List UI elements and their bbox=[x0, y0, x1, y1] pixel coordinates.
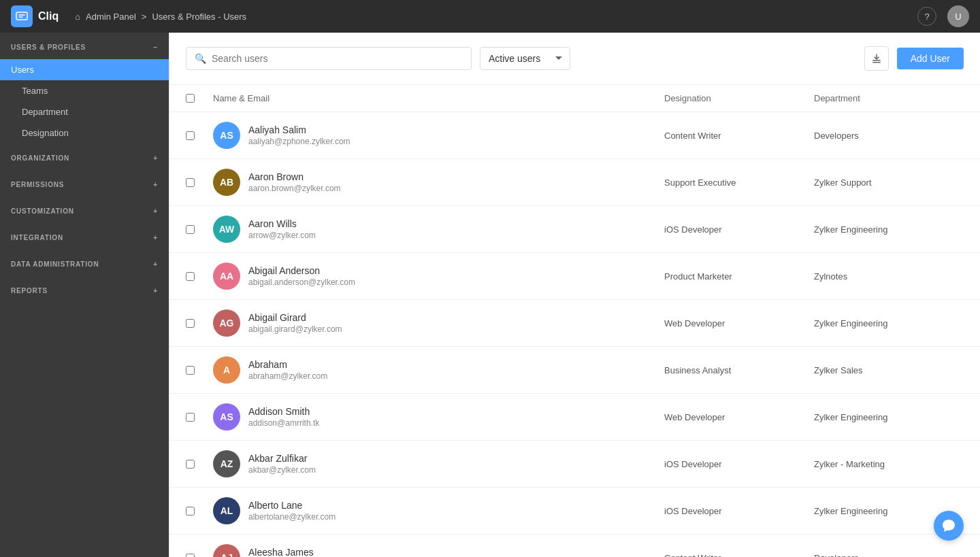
row-checkbox-cell bbox=[186, 507, 213, 516]
row-checkbox[interactable] bbox=[186, 272, 195, 281]
perm-expand-icon[interactable]: + bbox=[153, 181, 158, 188]
table-row[interactable]: A Abraham abraham@zylker.com Business An… bbox=[169, 347, 980, 394]
content-panel: 🔍 Active users All users Inactive users … bbox=[169, 33, 980, 557]
user-department: Zylker Sales bbox=[814, 365, 964, 375]
main-content: 🔍 Active users All users Inactive users … bbox=[169, 0, 980, 557]
user-name-email: Aaron Wills arrow@zylker.com bbox=[248, 218, 316, 240]
add-user-button[interactable]: Add User bbox=[897, 48, 964, 69]
user-name-email: Abigail Girard abigail.girard@zylker.com bbox=[248, 312, 342, 334]
user-email: addison@amrrith.tk bbox=[248, 418, 319, 428]
section-label-customization: CUSTOMIZATION bbox=[11, 207, 74, 215]
user-department: Zylker Engineering bbox=[814, 318, 964, 328]
sidebar-section-organization: ORGANIZATION + bbox=[0, 144, 169, 170]
user-designation: Web Developer bbox=[664, 412, 814, 422]
row-checkbox-cell bbox=[186, 178, 213, 187]
row-checkbox[interactable] bbox=[186, 178, 195, 187]
custom-expand-icon[interactable]: + bbox=[153, 207, 158, 215]
org-expand-icon[interactable]: + bbox=[153, 154, 158, 162]
breadcrumb-current: Users & Profiles - Users bbox=[152, 12, 246, 22]
user-email: aaliyah@zphone.zylker.com bbox=[248, 137, 350, 146]
user-name-email: Aaliyah Salim aaliyah@zphone.zylker.com bbox=[248, 124, 350, 146]
user-avatar-image: AB bbox=[213, 169, 240, 196]
user-department: Zylker - Marketing bbox=[814, 459, 964, 469]
user-department: Developers bbox=[814, 131, 964, 141]
row-checkbox[interactable] bbox=[186, 413, 195, 422]
header-right: ? U bbox=[917, 5, 969, 27]
user-info-cell: AA Abigail Anderson abigail.anderson@zyl… bbox=[213, 263, 664, 290]
table-row[interactable]: AW Aaron Wills arrow@zylker.com iOS Deve… bbox=[169, 206, 980, 253]
row-checkbox-cell bbox=[186, 460, 213, 469]
sidebar-item-teams[interactable]: Teams bbox=[0, 80, 169, 101]
search-icon: 🔍 bbox=[195, 53, 206, 64]
section-header-customization: CUSTOMIZATION + bbox=[11, 207, 158, 215]
user-name: Abigail Girard bbox=[248, 312, 342, 323]
row-checkbox[interactable] bbox=[186, 225, 195, 234]
section-collapse-icon[interactable]: − bbox=[153, 44, 158, 51]
user-department: Zylker Engineering bbox=[814, 224, 964, 235]
user-designation: iOS Developer bbox=[664, 506, 814, 516]
user-name: Abraham bbox=[248, 359, 327, 370]
table-row[interactable]: AL Alberto Lane albertolane@zylker.com i… bbox=[169, 488, 980, 535]
user-avatar[interactable]: U bbox=[947, 5, 969, 27]
help-button[interactable]: ? bbox=[917, 7, 936, 26]
user-email: abraham@zylker.com bbox=[248, 371, 327, 381]
row-checkbox[interactable] bbox=[186, 319, 195, 328]
row-checkbox[interactable] bbox=[186, 507, 195, 516]
sidebar-item-department[interactable]: Department bbox=[0, 101, 169, 122]
select-all-checkbox[interactable] bbox=[186, 94, 195, 103]
section-header-organization: ORGANIZATION + bbox=[11, 154, 158, 162]
user-avatar-image: AJ bbox=[213, 544, 240, 557]
chat-bubble[interactable] bbox=[934, 511, 964, 541]
table-row[interactable]: AJ Aleesha James aleesha@zylker.com Cont… bbox=[169, 535, 980, 557]
table-row[interactable]: AZ Akbar Zulfikar akbar@zylker.com iOS D… bbox=[169, 441, 980, 488]
sidebar: USERS & PROFILES − Users Teams Departmen… bbox=[0, 0, 169, 557]
user-name-email: Aleesha James aleesha@zylker.com bbox=[248, 547, 324, 557]
user-info-cell: AJ Aleesha James aleesha@zylker.com bbox=[213, 544, 664, 557]
integ-expand-icon[interactable]: + bbox=[153, 234, 158, 241]
user-email: aaron.brown@zylker.com bbox=[248, 184, 341, 193]
user-designation: Content Writer bbox=[664, 131, 814, 141]
user-filter-select[interactable]: Active users All users Inactive users bbox=[480, 47, 570, 70]
data-expand-icon[interactable]: + bbox=[153, 260, 158, 268]
user-department: Developers bbox=[814, 553, 964, 558]
user-name: Aaliyah Salim bbox=[248, 124, 350, 135]
user-info-cell: AB Aaron Brown aaron.brown@zylker.com bbox=[213, 169, 664, 196]
breadcrumb-admin: Admin Panel bbox=[86, 12, 136, 22]
reports-expand-icon[interactable]: + bbox=[153, 287, 158, 294]
row-checkbox[interactable] bbox=[186, 131, 195, 140]
sidebar-section-customization: CUSTOMIZATION + bbox=[0, 197, 169, 223]
table-row[interactable]: AS Addison Smith addison@amrrith.tk Web … bbox=[169, 394, 980, 441]
sidebar-item-designation[interactable]: Designation bbox=[0, 122, 169, 144]
row-checkbox[interactable] bbox=[186, 366, 195, 375]
user-info-cell: AS Aaliyah Salim aaliyah@zphone.zylker.c… bbox=[213, 122, 664, 149]
user-list: AS Aaliyah Salim aaliyah@zphone.zylker.c… bbox=[169, 112, 980, 557]
table-header: Name & Email Designation Department bbox=[169, 85, 980, 112]
export-button[interactable] bbox=[864, 46, 889, 71]
table-row[interactable]: AS Aaliyah Salim aaliyah@zphone.zylker.c… bbox=[169, 112, 980, 159]
user-avatar-image: AS bbox=[213, 403, 240, 431]
section-label-users-profiles: USERS & PROFILES bbox=[11, 44, 86, 51]
user-designation: Web Developer bbox=[664, 318, 814, 328]
toolbar: 🔍 Active users All users Inactive users … bbox=[169, 33, 980, 85]
user-avatar-image: A bbox=[213, 356, 240, 384]
user-designation: Business Analyst bbox=[664, 365, 814, 375]
search-input[interactable] bbox=[212, 53, 463, 64]
table-row[interactable]: AA Abigail Anderson abigail.anderson@zyl… bbox=[169, 253, 980, 300]
user-department: Zylker Support bbox=[814, 178, 964, 188]
row-checkbox[interactable] bbox=[186, 554, 195, 558]
row-checkbox[interactable] bbox=[186, 460, 195, 469]
user-designation: Support Executive bbox=[664, 178, 814, 188]
logo-icon bbox=[11, 5, 33, 27]
user-name: Aaron Wills bbox=[248, 218, 316, 229]
section-label-data-admin: DATA ADMINISTRATION bbox=[11, 260, 99, 268]
user-info-cell: AW Aaron Wills arrow@zylker.com bbox=[213, 216, 664, 243]
table-row[interactable]: AG Abigail Girard abigail.girard@zylker.… bbox=[169, 300, 980, 347]
user-name-email: Abigail Anderson abigail.anderson@zylker… bbox=[248, 265, 355, 287]
section-header-reports: REPORTS + bbox=[11, 287, 158, 294]
sidebar-item-users[interactable]: Users bbox=[0, 59, 169, 80]
user-avatar-image: AS bbox=[213, 122, 240, 149]
table-row[interactable]: AB Aaron Brown aaron.brown@zylker.com Su… bbox=[169, 159, 980, 206]
section-header-permissions: PERMISSIONS + bbox=[11, 181, 158, 188]
user-designation: Product Marketer bbox=[664, 271, 814, 282]
user-designation: iOS Developer bbox=[664, 224, 814, 235]
